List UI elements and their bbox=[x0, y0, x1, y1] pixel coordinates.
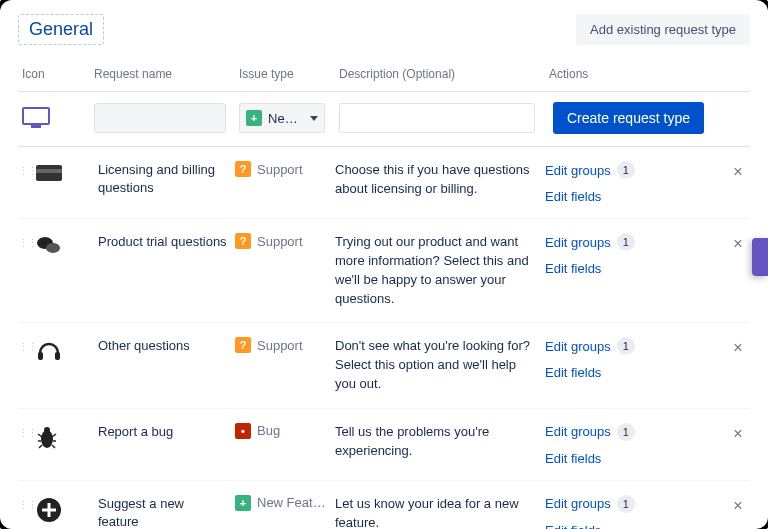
issue-type: +New Featu… bbox=[235, 495, 335, 511]
svg-line-11 bbox=[52, 434, 56, 437]
request-name: Other questions bbox=[98, 337, 235, 355]
request-icon[interactable] bbox=[36, 495, 98, 523]
edit-fields-link[interactable]: Edit fields bbox=[545, 451, 665, 466]
edit-fields-link[interactable]: Edit fields bbox=[545, 189, 665, 204]
request-name: Suggest a new feature bbox=[98, 495, 235, 529]
drag-handle-icon[interactable]: ⋮⋮ bbox=[18, 337, 36, 354]
request-description: Let us know your idea for a new feature. bbox=[335, 495, 545, 529]
table-row: ⋮⋮Product trial questions?SupportTrying … bbox=[18, 219, 750, 323]
svg-rect-7 bbox=[55, 352, 60, 360]
remove-row-button[interactable]: × bbox=[726, 161, 750, 181]
issue-type: ?Support bbox=[235, 233, 335, 249]
issue-type: ?Support bbox=[235, 337, 335, 353]
svg-point-5 bbox=[46, 243, 60, 253]
remove-row-button[interactable]: × bbox=[726, 337, 750, 357]
svg-line-10 bbox=[38, 434, 42, 437]
svg-line-14 bbox=[39, 445, 42, 448]
groups-count-badge: 1 bbox=[617, 337, 635, 355]
remove-row-button[interactable]: × bbox=[726, 495, 750, 515]
edit-fields-link[interactable]: Edit fields bbox=[545, 365, 665, 380]
drag-handle-icon[interactable]: ⋮⋮ bbox=[18, 161, 36, 178]
edit-groups-link[interactable]: Edit groups bbox=[545, 496, 611, 511]
edit-groups-link[interactable]: Edit groups bbox=[545, 163, 611, 178]
groups-count-badge: 1 bbox=[617, 423, 635, 441]
table-row: ⋮⋮Suggest a new feature+New Featu…Let us… bbox=[18, 481, 750, 529]
edit-groups-link[interactable]: Edit groups bbox=[545, 424, 611, 439]
col-actions: Actions bbox=[549, 67, 726, 81]
groups-count-badge: 1 bbox=[617, 161, 635, 179]
request-description: Tell us the problems you're experiencing… bbox=[335, 423, 545, 461]
column-headers: Icon Request name Issue type Description… bbox=[18, 67, 750, 92]
svg-rect-6 bbox=[38, 352, 43, 360]
request-name: Report a bug bbox=[98, 423, 235, 441]
create-request-type-button[interactable]: Create request type bbox=[553, 102, 704, 134]
remove-row-button[interactable]: × bbox=[726, 423, 750, 443]
request-description: Choose this if you have questions about … bbox=[335, 161, 545, 199]
chevron-down-icon bbox=[310, 116, 318, 121]
svg-line-15 bbox=[52, 445, 55, 448]
table-row: ⋮⋮Licensing and billing questions?Suppor… bbox=[18, 147, 750, 219]
edit-fields-link[interactable]: Edit fields bbox=[545, 523, 665, 529]
request-description: Trying out our product and want more inf… bbox=[335, 233, 545, 308]
request-icon[interactable] bbox=[36, 337, 98, 363]
description-input[interactable] bbox=[339, 103, 535, 133]
issue-type: •Bug bbox=[235, 423, 335, 439]
side-tab[interactable] bbox=[752, 238, 768, 276]
col-icon: Icon bbox=[22, 67, 94, 81]
svg-rect-18 bbox=[42, 508, 56, 511]
issue-type-select[interactable]: + New … bbox=[239, 103, 325, 133]
edit-groups-link[interactable]: Edit groups bbox=[545, 235, 611, 250]
svg-rect-3 bbox=[36, 169, 62, 173]
request-description: Don't see what you're looking for? Selec… bbox=[335, 337, 545, 394]
svg-rect-1 bbox=[31, 125, 41, 128]
drag-handle-icon[interactable]: ⋮⋮ bbox=[18, 233, 36, 250]
issue-type: ?Support bbox=[235, 161, 335, 177]
monitor-icon[interactable] bbox=[22, 107, 94, 129]
request-icon[interactable] bbox=[36, 161, 98, 183]
svg-point-9 bbox=[44, 427, 50, 433]
table-row: ⋮⋮Other questions?SupportDon't see what … bbox=[18, 323, 750, 409]
group-title[interactable]: General bbox=[18, 14, 104, 45]
new-request-row: + New … Create request type bbox=[18, 92, 750, 147]
col-description: Description (Optional) bbox=[339, 67, 549, 81]
request-name-input[interactable] bbox=[94, 103, 226, 133]
remove-row-button[interactable]: × bbox=[726, 233, 750, 253]
request-icon[interactable] bbox=[36, 423, 98, 451]
request-icon[interactable] bbox=[36, 233, 98, 257]
groups-count-badge: 1 bbox=[617, 233, 635, 251]
drag-handle-icon[interactable]: ⋮⋮ bbox=[18, 495, 36, 512]
svg-rect-0 bbox=[23, 108, 49, 124]
col-issuetype: Issue type bbox=[239, 67, 339, 81]
edit-fields-link[interactable]: Edit fields bbox=[545, 261, 665, 276]
table-row: ⋮⋮Report a bug•BugTell us the problems y… bbox=[18, 409, 750, 481]
add-existing-request-type-button[interactable]: Add existing request type bbox=[576, 14, 750, 45]
groups-count-badge: 1 bbox=[617, 495, 635, 513]
edit-groups-link[interactable]: Edit groups bbox=[545, 339, 611, 354]
request-name: Licensing and billing questions bbox=[98, 161, 235, 197]
drag-handle-icon[interactable]: ⋮⋮ bbox=[18, 423, 36, 440]
col-name: Request name bbox=[94, 67, 239, 81]
request-name: Product trial questions bbox=[98, 233, 235, 251]
